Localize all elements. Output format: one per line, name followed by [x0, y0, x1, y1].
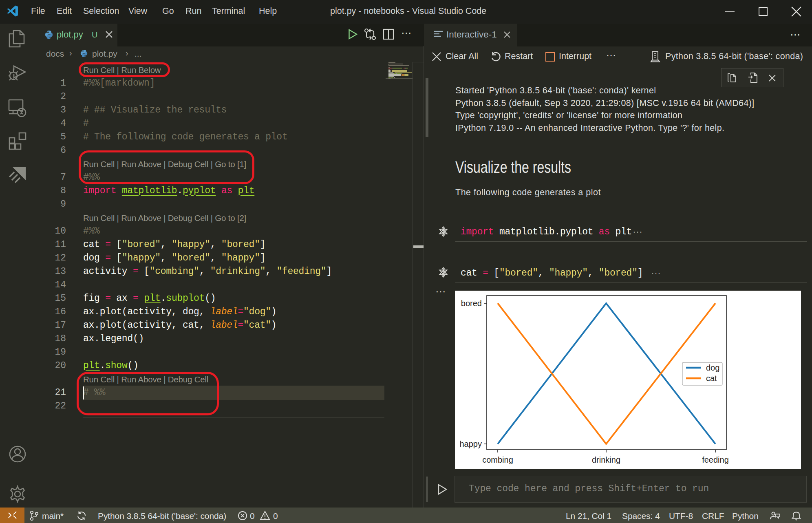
svg-text:dog: dog — [706, 363, 719, 372]
svg-text:bored: bored — [461, 299, 482, 308]
svg-text:cat: cat — [706, 374, 717, 383]
svg-text:combing: combing — [482, 455, 513, 464]
svg-text:feeding: feeding — [702, 455, 729, 464]
svg-text:drinking: drinking — [592, 455, 620, 464]
svg-text:happy: happy — [460, 439, 482, 448]
